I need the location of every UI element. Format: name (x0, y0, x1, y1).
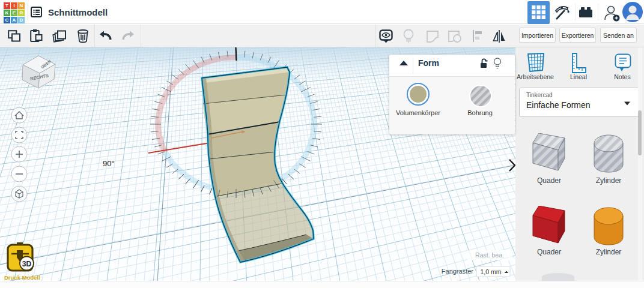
svg-text:Druck Modell: Druck Modell (4, 274, 40, 281)
svg-text:3D: 3D (22, 260, 32, 268)
svg-text:1,0 mm: 1,0 mm (480, 268, 501, 275)
svg-text:Rast. bea.: Rast. bea. (475, 251, 504, 259)
svg-text:90°: 90° (103, 159, 115, 168)
svg-text:Fangraster: Fangraster (442, 268, 474, 275)
